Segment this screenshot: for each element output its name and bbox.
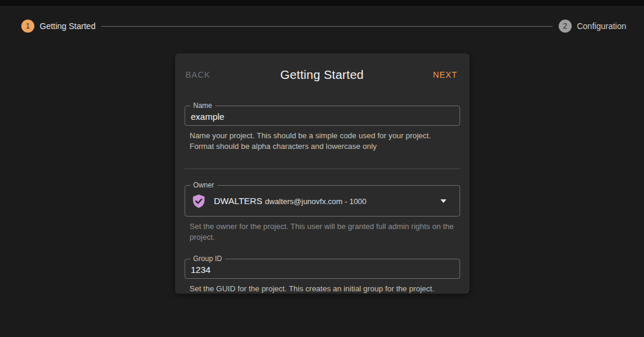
stepper-step-getting-started[interactable]: 1 Getting Started bbox=[21, 20, 95, 33]
owner-field-label: Owner bbox=[190, 180, 217, 190]
step-1-badge: 1 bbox=[21, 20, 34, 33]
wizard-stepper: 1 Getting Started 2 Configuration bbox=[21, 20, 626, 33]
owner-name: DWALTERS bbox=[214, 196, 262, 206]
step-1-label: Getting Started bbox=[40, 21, 95, 31]
card-header: BACK Getting Started NEXT bbox=[175, 53, 469, 95]
dropdown-caret-icon bbox=[440, 199, 446, 203]
name-input[interactable] bbox=[185, 106, 459, 125]
owner-detail: dwalters@junovfx.com - 1000 bbox=[265, 197, 366, 206]
section-divider bbox=[184, 168, 460, 169]
name-field-label: Name bbox=[190, 101, 215, 111]
name-field-outline: Name bbox=[184, 106, 460, 126]
group-id-field-group: Group ID Set the GUID for the project. T… bbox=[184, 259, 460, 294]
group-id-field-outline: Group ID bbox=[184, 259, 460, 279]
shield-check-icon bbox=[191, 193, 206, 209]
name-field-group: Name Name your project. This should be a… bbox=[184, 106, 460, 152]
wizard-card: BACK Getting Started NEXT Name Name your… bbox=[175, 53, 469, 294]
owner-field-group: Owner DWALTERS dwalters@junovfx.com - 10… bbox=[184, 185, 460, 243]
card-title: Getting Started bbox=[175, 68, 469, 82]
stepper-step-configuration[interactable]: 2 Configuration bbox=[559, 20, 626, 33]
window-top-strip bbox=[0, 0, 644, 6]
owner-helper-text: Set the owner for the project. This user… bbox=[190, 221, 457, 243]
owner-selected-option: DWALTERS dwalters@junovfx.com - 1000 bbox=[214, 195, 440, 206]
step-2-badge: 2 bbox=[559, 20, 572, 33]
stepper-connector-line bbox=[101, 26, 553, 27]
group-id-input[interactable] bbox=[185, 259, 459, 278]
name-helper-text: Name your project. This should be a simp… bbox=[190, 131, 457, 152]
wizard-form: Name Name your project. This should be a… bbox=[175, 106, 469, 294]
step-2-label: Configuration bbox=[577, 21, 626, 31]
owner-select[interactable]: Owner DWALTERS dwalters@junovfx.com - 10… bbox=[184, 185, 460, 217]
group-id-helper-text: Set the GUID for the project. This creat… bbox=[190, 284, 457, 294]
group-id-field-label: Group ID bbox=[190, 254, 225, 264]
next-button[interactable]: NEXT bbox=[433, 70, 457, 80]
